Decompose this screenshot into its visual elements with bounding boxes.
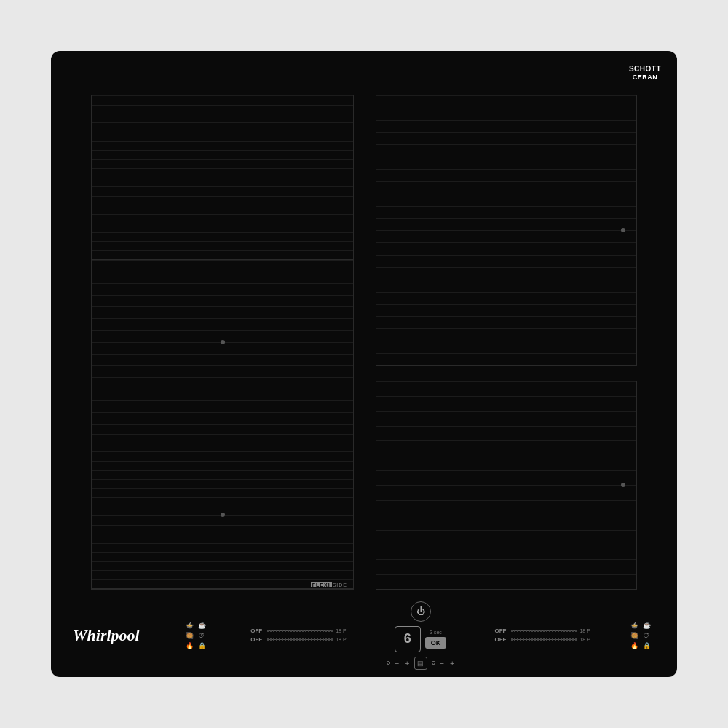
dot-right <box>432 661 435 665</box>
right-burner-top-row: OFF 18 P <box>494 628 590 634</box>
icon-row-2: 🥘 ⏱ <box>186 632 206 639</box>
right-burner-bot-row: OFF 18 P <box>494 636 590 643</box>
minus-button-left[interactable]: − <box>395 659 399 668</box>
center-bot-row: − + ▤ − + <box>387 657 455 670</box>
right-top-zone <box>376 95 637 366</box>
left-burner-top-row: OFF 18 P <box>250 628 346 634</box>
right-off-2[interactable]: OFF <box>494 636 506 643</box>
right-max-2: 18 P <box>579 637 590 642</box>
icon-row-3: 🔥 🔒 <box>186 642 206 649</box>
plus-button-left[interactable]: + <box>405 659 409 668</box>
control-panel: Whirlpool 🍲 ☕ 🥘 ⏱ 🔥 🔒 OFF 18 P <box>51 593 677 677</box>
pan-icon-r1: 🥘 <box>630 632 638 639</box>
dot-left <box>387 661 390 665</box>
heat-level-display: 6 <box>395 626 421 652</box>
whirlpool-logo: Whirlpool <box>73 626 146 645</box>
boost-icon[interactable]: ▤ <box>414 657 427 670</box>
schott-ceran-badge: SCHOTT CERAN <box>629 64 661 82</box>
center-mid-row: 6 3 sec OK <box>395 626 447 652</box>
right-icon-row-3: 🔥 🔒 <box>630 642 651 649</box>
right-burner-controls: OFF 18 P OFF 18 P <box>494 628 590 643</box>
right-bottom-zone <box>376 381 637 590</box>
left-section-top <box>92 95 353 260</box>
plus-button-right[interactable]: + <box>450 659 454 668</box>
right-slider-1[interactable] <box>511 630 577 631</box>
right-icon-row-2: 🥘 ⏱ <box>630 632 651 639</box>
right-burner-icons: 🍲 ☕ 🥘 ⏱ 🔥 🔒 <box>630 622 651 649</box>
fire-icon-1: 🔥 <box>186 642 194 649</box>
cup-icon-1: ☕ <box>198 622 206 629</box>
left-section-bottom <box>92 424 353 589</box>
left-off-2[interactable]: OFF <box>250 636 262 643</box>
left-flexi-zone: FLEXISIDE <box>91 95 354 590</box>
right-icon-row-1: 🍲 ☕ <box>630 622 651 629</box>
flexi-side-label: FLEXISIDE <box>311 582 347 587</box>
left-max-1: 18 P <box>336 628 346 633</box>
left-off-1[interactable]: OFF <box>250 628 262 634</box>
cup-icon-r1: ☕ <box>643 622 651 629</box>
lock-icon-1: 🔒 <box>198 642 206 649</box>
left-burner-controls: OFF 18 P OFF 18 P <box>250 628 346 643</box>
right-zones <box>376 95 637 590</box>
pan-icon-1: 🥘 <box>186 632 194 639</box>
plus-minus-right: − + <box>440 659 455 668</box>
fire-icon-r1: 🔥 <box>630 642 638 649</box>
timer-icon-1: ⏱ <box>198 632 205 639</box>
power-button[interactable]: ⏻ <box>411 601 431 622</box>
icon-row-1: 🍲 ☕ <box>186 622 206 629</box>
timer-3sec-label: 3 sec <box>430 630 442 635</box>
timer-icon-r1: ⏱ <box>643 632 649 639</box>
right-max-1: 18 P <box>579 628 590 633</box>
zones-container: FLEXISIDE <box>91 95 637 590</box>
zone-indicator-right-top <box>621 228 625 232</box>
left-section-middle <box>92 260 353 424</box>
left-burner-icons: 🍲 ☕ 🥘 ⏱ 🔥 🔒 <box>186 622 206 649</box>
pot-icon-1: 🍲 <box>186 622 194 629</box>
plus-minus-left: − + <box>395 659 410 668</box>
center-controls: ⏻ 6 3 sec OK − + ▤ − + <box>387 601 455 670</box>
zone-indicator-left-bot <box>221 513 225 517</box>
right-off-1[interactable]: OFF <box>494 628 506 634</box>
pot-icon-r1: 🍲 <box>630 622 638 629</box>
zone-indicator-left-mid <box>221 340 225 344</box>
left-burner-bot-row: OFF 18 P <box>250 636 346 643</box>
left-slider-2[interactable] <box>267 639 333 640</box>
minus-button-right[interactable]: − <box>440 659 444 668</box>
cooktop: SCHOTT CERAN FLEXISIDE <box>51 51 677 677</box>
zone-indicator-right-bot <box>621 483 625 487</box>
ok-button[interactable]: OK <box>425 637 447 649</box>
left-max-2: 18 P <box>336 637 346 642</box>
right-slider-2[interactable] <box>511 639 577 640</box>
center-top-row: ⏻ <box>411 601 431 622</box>
left-slider-1[interactable] <box>267 630 333 631</box>
lock-icon-r1: 🔒 <box>643 642 651 649</box>
